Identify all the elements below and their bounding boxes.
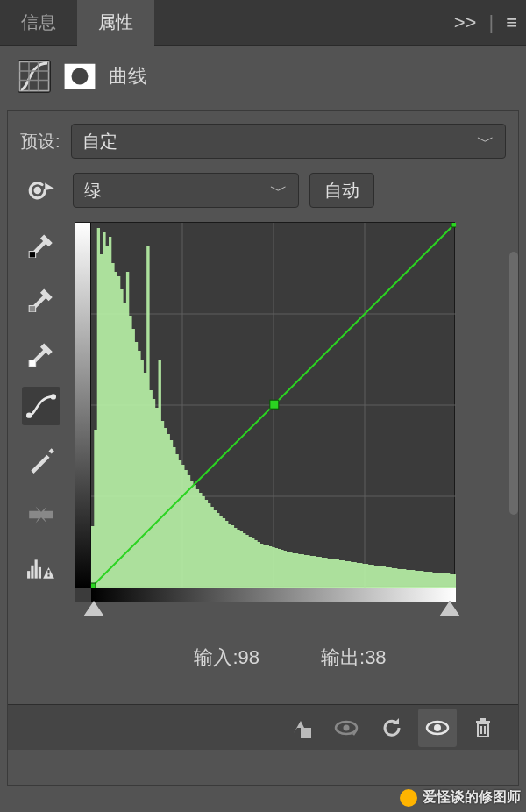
svg-point-29 [434,724,441,731]
tab-info[interactable]: 信息 [0,0,77,46]
weibo-icon [400,789,417,807]
watermark: 爱怪谈的修图师 [400,788,521,807]
curve-control-point[interactable] [451,223,456,227]
curve-control-point[interactable] [270,400,279,409]
input-readout: 输入:98 [194,645,259,671]
svg-rect-30 [478,723,488,737]
gray-point-eyedropper-icon[interactable] [22,278,60,317]
channel-dropdown[interactable]: 绿 ﹀ [73,173,299,208]
preset-dropdown[interactable]: 自定 ﹀ [71,124,506,159]
curves-plot[interactable] [91,223,456,588]
view-previous-state-icon[interactable] [327,709,366,747]
curve-control-point[interactable] [91,583,96,588]
white-point-slider[interactable] [439,601,460,616]
svg-rect-16 [39,567,41,579]
reset-adjustment-icon[interactable] [373,709,411,747]
svg-rect-13 [27,571,30,579]
svg-rect-33 [476,721,490,723]
vertical-scrollbar[interactable] [509,252,518,515]
edit-curve-points-icon[interactable] [22,387,60,425]
curves-adjustment-icon[interactable] [18,60,51,93]
chevron-down-icon: ﹀ [270,179,288,203]
svg-rect-10 [29,360,35,367]
svg-rect-15 [35,559,38,578]
preset-value: 自定 [82,130,117,153]
toggle-visibility-icon[interactable] [418,709,457,747]
white-point-eyedropper-icon[interactable] [22,332,60,371]
svg-rect-25 [301,728,311,738]
curves-chart[interactable] [75,222,455,602]
svg-rect-14 [31,566,33,579]
svg-rect-34 [480,718,486,721]
svg-rect-18 [47,574,49,576]
svg-point-12 [51,394,56,399]
adjustment-title: 曲线 [109,63,147,89]
preset-label: 预设: [20,130,60,153]
svg-point-27 [344,724,350,730]
svg-rect-17 [47,570,49,573]
panel-menu-icon[interactable]: ≡ [497,11,526,34]
svg-point-6 [72,68,89,85]
output-gradient-strip [75,223,91,588]
smooth-curve-icon[interactable] [22,495,60,534]
input-gradient-strip [91,586,456,602]
svg-rect-8 [29,252,35,258]
tabs-separator: | [485,11,497,34]
auto-button[interactable]: 自动 [309,173,374,208]
chevron-down-icon: ﹀ [477,130,494,153]
svg-point-11 [26,412,32,417]
svg-point-7 [34,187,42,195]
black-point-eyedropper-icon[interactable] [22,224,60,262]
expand-panel-icon[interactable]: >> [445,11,486,34]
channel-value: 绿 [84,179,102,203]
draw-curve-pencil-icon[interactable] [22,441,60,480]
delete-adjustment-icon[interactable] [464,709,502,747]
tab-properties[interactable]: 属性 [77,0,154,46]
output-readout: 输出:38 [321,645,387,671]
layer-mask-icon[interactable] [63,60,96,93]
histogram-clipping-icon[interactable] [22,550,60,588]
svg-rect-9 [29,306,35,312]
targeted-adjust-tool-icon[interactable] [20,171,62,210]
clip-to-layer-icon[interactable] [281,709,320,747]
black-point-slider[interactable] [83,601,104,616]
